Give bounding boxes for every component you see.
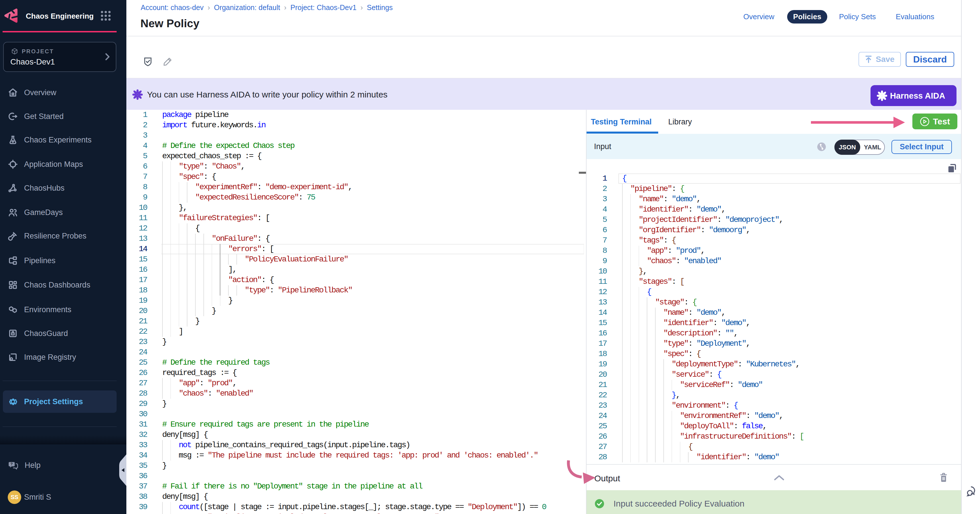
svg-text:?: ? [10,462,13,466]
